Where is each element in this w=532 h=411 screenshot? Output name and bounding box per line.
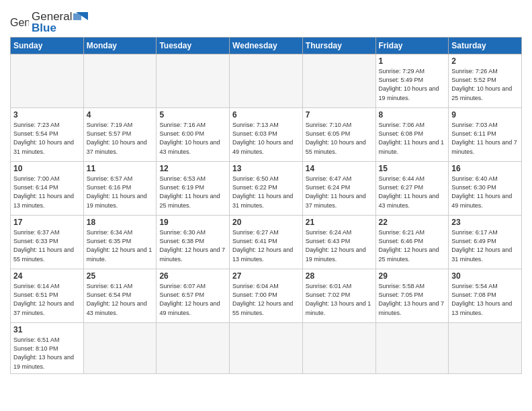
calendar-cell [230,323,303,373]
calendar-cell: 10Sunrise: 7:00 AM Sunset: 6:14 PM Dayli… [11,162,84,216]
day-info: Sunrise: 7:10 AM Sunset: 6:05 PM Dayligh… [306,121,373,156]
day-number: 2 [451,56,519,66]
day-info: Sunrise: 6:57 AM Sunset: 6:16 PM Dayligh… [87,175,154,210]
calendar-cell: 1Sunrise: 7:29 AM Sunset: 5:49 PM Daylig… [375,54,449,108]
day-info: Sunrise: 6:01 AM Sunset: 7:02 PM Dayligh… [306,282,373,317]
day-info: Sunrise: 6:21 AM Sunset: 6:46 PM Dayligh… [379,228,446,263]
calendar-cell [157,323,230,373]
calendar-cell [83,323,157,373]
day-info: Sunrise: 7:13 AM Sunset: 6:03 PM Dayligh… [232,121,300,156]
weekday-header-thursday: Thursday [302,38,375,54]
calendar-week-row: 3Sunrise: 7:23 AM Sunset: 5:54 PM Daylig… [11,108,522,162]
weekday-header-monday: Monday [83,38,157,54]
calendar-cell: 24Sunrise: 6:14 AM Sunset: 6:51 PM Dayli… [11,269,84,323]
day-number: 12 [159,164,226,173]
day-info: Sunrise: 7:06 AM Sunset: 6:08 PM Dayligh… [379,121,446,156]
weekday-header-tuesday: Tuesday [157,38,230,54]
day-number: 7 [306,110,373,120]
day-info: Sunrise: 5:58 AM Sunset: 7:05 PM Dayligh… [379,282,446,317]
weekday-header-sunday: Sunday [11,38,84,54]
header: General General Blue [10,7,522,34]
day-number: 1 [379,56,446,66]
day-info: Sunrise: 6:27 AM Sunset: 6:41 PM Dayligh… [232,228,300,263]
calendar-cell: 28Sunrise: 6:01 AM Sunset: 7:02 PM Dayli… [302,269,375,323]
day-info: Sunrise: 7:19 AM Sunset: 5:57 PM Dayligh… [87,121,154,156]
day-info: Sunrise: 5:54 AM Sunset: 7:08 PM Dayligh… [451,282,519,317]
day-number: 10 [13,164,81,173]
day-number: 11 [87,164,154,173]
day-number: 20 [232,218,300,227]
day-number: 31 [13,325,81,334]
calendar-week-row: 10Sunrise: 7:00 AM Sunset: 6:14 PM Dayli… [11,162,522,216]
day-info: Sunrise: 6:40 AM Sunset: 6:30 PM Dayligh… [451,175,519,210]
calendar-week-row: 1Sunrise: 7:29 AM Sunset: 5:49 PM Daylig… [11,54,522,108]
calendar-cell: 31Sunrise: 6:51 AM Sunset: 8:10 PM Dayli… [11,323,84,373]
day-info: Sunrise: 6:11 AM Sunset: 6:54 PM Dayligh… [87,282,154,317]
calendar-cell: 30Sunrise: 5:54 AM Sunset: 7:08 PM Dayli… [449,269,522,323]
day-number: 22 [379,218,446,227]
day-number: 17 [13,218,81,227]
day-info: Sunrise: 6:07 AM Sunset: 6:57 PM Dayligh… [159,282,226,317]
calendar-cell: 17Sunrise: 6:37 AM Sunset: 6:33 PM Dayli… [11,216,84,269]
day-number: 21 [306,218,373,227]
day-number: 30 [451,271,519,281]
day-info: Sunrise: 7:26 AM Sunset: 5:52 PM Dayligh… [451,67,519,102]
day-info: Sunrise: 6:34 AM Sunset: 6:35 PM Dayligh… [87,228,154,263]
day-info: Sunrise: 6:47 AM Sunset: 6:24 PM Dayligh… [306,175,373,210]
day-info: Sunrise: 6:37 AM Sunset: 6:33 PM Dayligh… [13,228,81,263]
calendar-cell: 12Sunrise: 6:53 AM Sunset: 6:19 PM Dayli… [157,162,230,216]
day-info: Sunrise: 6:44 AM Sunset: 6:27 PM Dayligh… [379,175,446,210]
calendar-cell: 22Sunrise: 6:21 AM Sunset: 6:46 PM Dayli… [375,216,449,269]
weekday-header-saturday: Saturday [449,38,522,54]
calendar-week-row: 31Sunrise: 6:51 AM Sunset: 8:10 PM Dayli… [11,323,522,373]
calendar-cell [83,54,157,108]
day-info: Sunrise: 6:17 AM Sunset: 6:49 PM Dayligh… [451,228,519,263]
calendar-cell: 2Sunrise: 7:26 AM Sunset: 5:52 PM Daylig… [449,54,522,108]
calendar-table: SundayMondayTuesdayWednesdayThursdayFrid… [10,37,522,373]
weekday-header-wednesday: Wednesday [230,38,303,54]
calendar-cell: 19Sunrise: 6:30 AM Sunset: 6:38 PM Dayli… [157,216,230,269]
blue-triangle-icon [73,11,88,23]
calendar-cell [375,323,449,373]
day-number: 9 [451,110,519,120]
day-number: 18 [87,218,154,227]
svg-rect-2 [73,13,81,20]
day-info: Sunrise: 7:23 AM Sunset: 5:54 PM Dayligh… [13,121,81,156]
calendar-cell: 4Sunrise: 7:19 AM Sunset: 5:57 PM Daylig… [83,108,157,162]
calendar-cell: 6Sunrise: 7:13 AM Sunset: 6:03 PM Daylig… [230,108,303,162]
day-number: 23 [451,218,519,227]
calendar-cell [302,54,375,108]
calendar-cell: 21Sunrise: 6:24 AM Sunset: 6:43 PM Dayli… [302,216,375,269]
day-number: 27 [232,271,300,281]
calendar-cell: 8Sunrise: 7:06 AM Sunset: 6:08 PM Daylig… [375,108,449,162]
day-number: 26 [159,271,226,281]
day-info: Sunrise: 7:00 AM Sunset: 6:14 PM Dayligh… [13,175,81,210]
day-number: 13 [232,164,300,173]
day-info: Sunrise: 6:30 AM Sunset: 6:38 PM Dayligh… [159,228,226,263]
day-info: Sunrise: 6:50 AM Sunset: 6:22 PM Dayligh… [232,175,300,210]
day-number: 29 [379,271,446,281]
calendar-cell: 23Sunrise: 6:17 AM Sunset: 6:49 PM Dayli… [449,216,522,269]
calendar-cell: 5Sunrise: 7:16 AM Sunset: 6:00 PM Daylig… [157,108,230,162]
calendar-cell [230,54,303,108]
calendar-cell: 20Sunrise: 6:27 AM Sunset: 6:41 PM Dayli… [230,216,303,269]
day-info: Sunrise: 6:14 AM Sunset: 6:51 PM Dayligh… [13,282,81,317]
day-info: Sunrise: 7:29 AM Sunset: 5:49 PM Dayligh… [379,67,446,102]
day-number: 19 [159,218,226,227]
day-number: 15 [379,164,446,173]
day-info: Sunrise: 6:04 AM Sunset: 7:00 PM Dayligh… [232,282,300,317]
day-number: 4 [87,110,154,120]
day-number: 8 [379,110,446,120]
day-info: Sunrise: 6:51 AM Sunset: 8:10 PM Dayligh… [13,336,81,371]
day-number: 28 [306,271,373,281]
day-info: Sunrise: 7:16 AM Sunset: 6:00 PM Dayligh… [159,121,226,156]
calendar-cell: 3Sunrise: 7:23 AM Sunset: 5:54 PM Daylig… [11,108,84,162]
calendar-cell: 29Sunrise: 5:58 AM Sunset: 7:05 PM Dayli… [375,269,449,323]
calendar-cell: 11Sunrise: 6:57 AM Sunset: 6:16 PM Dayli… [83,162,157,216]
day-number: 5 [159,110,226,120]
calendar-cell: 27Sunrise: 6:04 AM Sunset: 7:00 PM Dayli… [230,269,303,323]
calendar-cell [11,54,84,108]
calendar-cell: 9Sunrise: 7:03 AM Sunset: 6:11 PM Daylig… [449,108,522,162]
calendar-cell: 14Sunrise: 6:47 AM Sunset: 6:24 PM Dayli… [302,162,375,216]
calendar-cell [449,323,522,373]
